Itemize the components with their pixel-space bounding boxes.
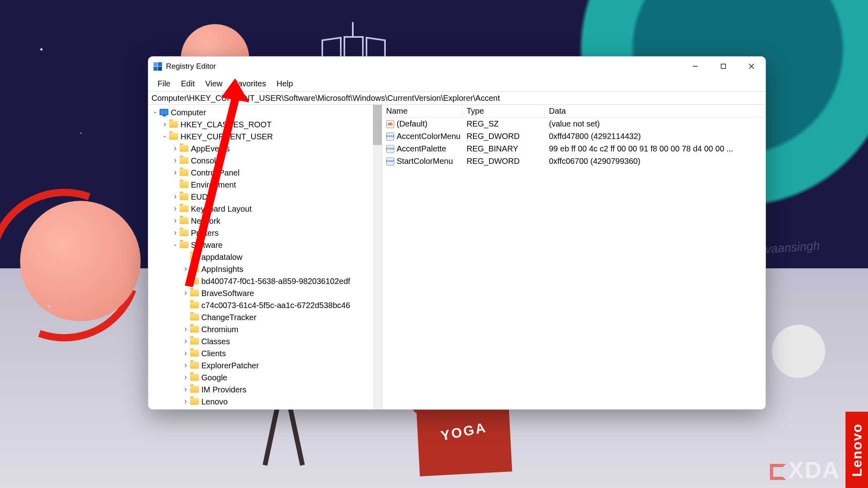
tree-software-explorerpatcher[interactable]: ›ExplorerPatcher — [148, 359, 382, 372]
tree-hkcu-printers[interactable]: ›Printers — [148, 227, 382, 239]
folder-icon — [180, 193, 188, 201]
value-type: REG_DWORD — [463, 132, 545, 141]
menu-favorites[interactable]: Favorites — [228, 78, 271, 90]
binary-value-icon: 011010 — [386, 145, 394, 153]
col-name[interactable]: Name — [382, 105, 463, 117]
tree-software-c74c0073-61c4-5f5c-aa1c-6722d538bc46[interactable]: ·c74c0073-61c4-5f5c-aa1c-6722d538bc46 — [148, 299, 382, 311]
lenovo-watermark: Lenovo — [845, 412, 868, 488]
tree-software-bravesoftware[interactable]: ›BraveSoftware — [148, 287, 382, 299]
chevron-right-icon[interactable]: › — [181, 264, 190, 273]
tree-label: Printers — [191, 229, 219, 238]
tree-hkcu-control-panel[interactable]: ›Control Panel — [148, 167, 382, 179]
chevron-down-icon[interactable]: ⌄ — [151, 108, 160, 114]
tree-software-chromium[interactable]: ›Chromium — [148, 323, 382, 335]
tree-hkcu-software[interactable]: ⌄Software — [148, 239, 382, 251]
folder-icon — [180, 181, 188, 189]
tree-software-classes[interactable]: ›Classes — [148, 335, 382, 347]
tree-software-changetracker[interactable]: ·ChangeTracker — [148, 311, 382, 323]
value-type: REG_DWORD — [463, 157, 545, 166]
menu-view[interactable]: View — [200, 78, 228, 90]
address-path: Computer\HKEY_CURRENT_USER\Software\Micr… — [151, 94, 500, 103]
tree-software-lenovo[interactable]: ›Lenovo — [148, 396, 382, 408]
chevron-right-icon[interactable]: › — [171, 216, 180, 225]
tree-hkcu-console[interactable]: ›Console — [148, 155, 382, 167]
folder-icon — [190, 374, 199, 382]
value-row[interactable]: 011010AccentPaletteREG_BINARY99 eb ff 00… — [382, 143, 766, 155]
folder-icon — [190, 301, 199, 309]
tree-software-google[interactable]: ›Google — [148, 372, 382, 384]
title-bar[interactable]: Registry Editor — [148, 57, 766, 76]
tree-label: IM Providers — [201, 385, 246, 394]
chevron-right-icon[interactable]: › — [181, 348, 190, 357]
tree-label: AppEvents — [191, 144, 230, 153]
tree-hkcu-network[interactable]: ›Network — [148, 215, 382, 227]
value-row[interactable]: 011010AccentColorMenuREG_DWORD0xffd47800… — [382, 130, 766, 143]
chevron-right-icon[interactable]: › — [171, 167, 180, 177]
tree-software-bd400747-f0c1-5638-a859-982036102edf[interactable]: ·bd400747-f0c1-5638-a859-982036102edf — [148, 275, 382, 287]
chevron-right-icon[interactable]: › — [171, 143, 180, 153]
tree-label: Environment — [191, 180, 236, 190]
folder-icon — [180, 205, 188, 213]
chevron-right-icon[interactable]: › — [171, 192, 180, 201]
minimize-button[interactable] — [681, 57, 709, 76]
chevron-right-icon[interactable]: › — [181, 336, 190, 345]
col-data[interactable]: Data — [545, 105, 766, 117]
value-row[interactable]: 011010StartColorMenuREG_DWORD0xffc06700 … — [382, 155, 766, 167]
chevron-right-icon[interactable]: › — [181, 384, 190, 394]
value-type: REG_SZ — [463, 119, 545, 129]
tree-computer[interactable]: ⌄Computer — [148, 106, 382, 118]
value-data: (value not set) — [545, 119, 766, 129]
menu-help[interactable]: Help — [271, 78, 298, 90]
chevron-down-icon[interactable]: ⌄ — [160, 132, 169, 139]
chevron-right-icon[interactable]: › — [181, 288, 190, 297]
tree-label: Keyboard Layout — [191, 204, 252, 214]
chevron-right-icon[interactable]: › — [171, 155, 180, 165]
tree-software-im-providers[interactable]: ›IM Providers — [148, 384, 382, 396]
folder-icon — [190, 386, 199, 394]
tree-hkcr[interactable]: ›HKEY_CLASSES_ROOT — [148, 118, 382, 131]
value-type: REG_BINARY — [463, 144, 545, 153]
chevron-right-icon[interactable]: › — [171, 204, 180, 213]
tree-software-appinsights[interactable]: ›AppInsights — [148, 263, 382, 275]
tree-hkcu-appevents[interactable]: ›AppEvents — [148, 143, 382, 155]
tree-scrollbar-thumb[interactable] — [373, 105, 382, 145]
expander-blank: · — [181, 278, 190, 284]
chevron-down-icon[interactable]: ⌄ — [171, 241, 180, 247]
tree-view[interactable]: ⌄Computer›HKEY_CLASSES_ROOT⌄HKEY_CURRENT… — [148, 105, 382, 409]
tree-software-clients[interactable]: ›Clients — [148, 347, 382, 359]
registry-editor-window: Registry Editor File Edit View Favorites… — [148, 56, 766, 410]
chevron-right-icon[interactable]: › — [181, 324, 190, 333]
chevron-right-icon[interactable]: › — [181, 396, 190, 406]
address-bar[interactable]: Computer\HKEY_CURRENT_USER\Software\Micr… — [148, 91, 766, 105]
tree-software-appdatalow[interactable]: ·appdatalow — [148, 251, 382, 263]
tree-label: Chromium — [201, 325, 238, 334]
string-value-icon: ab — [386, 120, 394, 128]
folder-icon — [169, 120, 178, 129]
chevron-right-icon[interactable]: › — [171, 228, 180, 237]
value-data: 0xffc06700 (4290799360) — [545, 157, 766, 166]
menu-file[interactable]: File — [152, 78, 176, 90]
app-icon — [153, 62, 162, 71]
svg-rect-1 — [721, 64, 726, 69]
chevron-right-icon[interactable]: › — [181, 372, 190, 382]
tree-hkcu-environment[interactable]: ·Environment — [148, 179, 382, 191]
chevron-right-icon[interactable]: › — [181, 360, 190, 370]
value-list[interactable]: Name Type Data ab(Default)REG_SZ(value n… — [382, 105, 766, 409]
tree-hkcu[interactable]: ⌄HKEY_CURRENT_USER — [148, 131, 382, 143]
folder-icon — [190, 289, 199, 297]
close-button[interactable] — [737, 57, 766, 76]
menu-edit[interactable]: Edit — [176, 78, 200, 90]
tree-scrollbar-track[interactable] — [373, 105, 382, 409]
tree-label: Control Panel — [191, 168, 240, 178]
tree-hkcu-eudc[interactable]: ›EUDC — [148, 191, 382, 203]
tree-label: bd400747-f0c1-5638-a859-982036102edf — [201, 277, 350, 286]
tree-hkcu-keyboard-layout[interactable]: ›Keyboard Layout — [148, 203, 382, 215]
chevron-right-icon[interactable]: › — [160, 119, 169, 129]
folder-icon — [190, 349, 199, 357]
computer-icon — [160, 108, 168, 116]
folder-icon — [180, 157, 188, 165]
col-type[interactable]: Type — [463, 105, 545, 117]
maximize-button[interactable] — [709, 57, 737, 76]
value-row[interactable]: ab(Default)REG_SZ(value not set) — [382, 118, 766, 130]
folder-icon — [190, 361, 199, 370]
